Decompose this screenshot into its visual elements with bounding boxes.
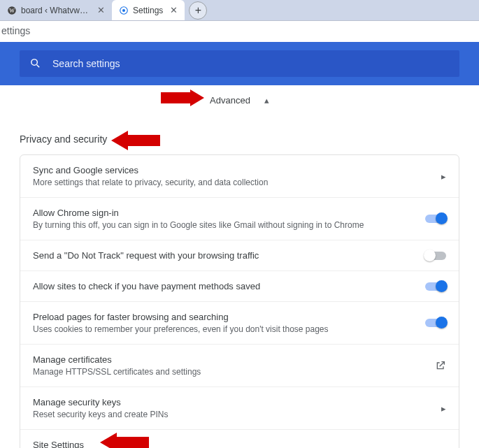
row-payment-check: Allow sites to check if you have payment… — [20, 271, 459, 302]
row-title: Site Settings — [33, 440, 418, 448]
close-icon[interactable]: ✕ — [170, 6, 178, 15]
section-title: Privacy and security — [0, 113, 479, 154]
row-title: Send a "Do Not Track" request with your … — [33, 250, 418, 261]
chevron-right-icon: ▸ — [418, 446, 446, 449]
svg-point-4 — [31, 59, 38, 66]
toggle-dnt[interactable] — [425, 252, 446, 260]
browser-tabstrip: W board ‹ Whatvwant — Word ✕ Settings ✕ … — [0, 0, 479, 21]
chevron-up-icon: ▴ — [264, 95, 269, 106]
svg-text:W: W — [9, 7, 15, 13]
external-link-icon — [418, 360, 446, 371]
row-subtitle: By turning this off, you can sign in to … — [33, 220, 418, 230]
gear-icon — [119, 6, 129, 15]
row-subtitle: Reset security keys and create PINs — [33, 410, 418, 419]
row-certificates[interactable]: Manage certificates Manage HTTPS/SSL cer… — [20, 345, 459, 387]
svg-line-5 — [37, 65, 40, 68]
row-allow-signin: Allow Chrome sign-in By turning this off… — [20, 198, 459, 240]
row-title: Allow Chrome sign-in — [33, 208, 418, 218]
wordpress-icon: W — [7, 6, 17, 15]
advanced-label: Advanced — [210, 95, 250, 106]
toggle-payment[interactable] — [425, 282, 446, 291]
privacy-card: Sync and Google services More settings t… — [20, 154, 459, 448]
row-title: Manage security keys — [33, 397, 418, 407]
toggle-preload[interactable] — [425, 319, 446, 327]
row-subtitle: Manage HTTPS/SSL certificates and settin… — [33, 367, 418, 377]
advanced-toggle[interactable]: Advanced ▴ — [0, 85, 479, 113]
toggle-signin[interactable] — [425, 215, 446, 223]
settings-header — [0, 42, 479, 85]
row-site-settings[interactable]: Site Settings Control what information w… — [20, 430, 459, 448]
row-security-keys[interactable]: Manage security keys Reset security keys… — [20, 387, 459, 430]
search-field[interactable] — [20, 50, 459, 77]
tab-dashboard[interactable]: W board ‹ Whatvwant — Word ✕ — [0, 0, 112, 20]
address-bar[interactable]: ettings — [0, 21, 479, 42]
search-icon — [29, 57, 41, 70]
search-input[interactable] — [52, 58, 450, 69]
annotation-arrow-icon — [159, 89, 206, 106]
chevron-right-icon: ▸ — [418, 403, 446, 414]
row-do-not-track: Send a "Do Not Track" request with your … — [20, 240, 459, 271]
tab-label: Settings — [133, 6, 163, 15]
tab-settings[interactable]: Settings ✕ — [112, 0, 185, 20]
tab-label: board ‹ Whatvwant — Word — [21, 6, 90, 15]
row-subtitle: Uses cookies to remember your preference… — [33, 324, 418, 334]
row-subtitle: More settings that relate to privacy, se… — [33, 178, 418, 187]
row-title: Allow sites to check if you have payment… — [33, 281, 418, 291]
row-preload: Preload pages for faster browsing and se… — [20, 302, 459, 345]
close-icon[interactable]: ✕ — [97, 6, 105, 15]
row-title: Manage certificates — [33, 354, 418, 365]
row-sync[interactable]: Sync and Google services More settings t… — [20, 155, 459, 198]
new-tab-button[interactable]: + — [189, 1, 207, 20]
chevron-right-icon: ▸ — [418, 171, 446, 182]
row-title: Preload pages for faster browsing and se… — [33, 312, 418, 322]
svg-point-3 — [122, 8, 125, 11]
row-title: Sync and Google services — [33, 165, 418, 175]
